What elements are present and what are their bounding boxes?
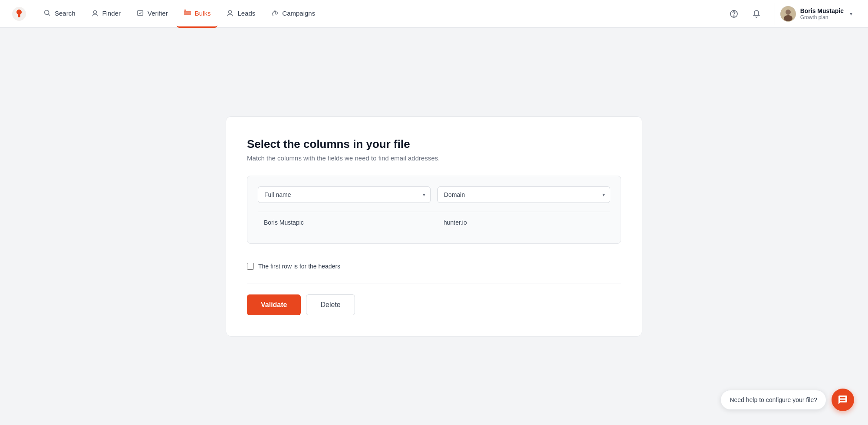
svg-point-1 — [93, 11, 96, 14]
svg-point-6 — [275, 12, 277, 14]
svg-point-0 — [45, 10, 49, 15]
nav-item-campaigns[interactable]: Campaigns — [264, 0, 322, 28]
card-divider — [247, 284, 621, 284]
svg-point-10 — [786, 10, 791, 15]
search-icon — [43, 9, 51, 17]
fullname-select[interactable]: Full name First name Last name Email Com… — [258, 186, 431, 203]
headers-checkbox[interactable] — [247, 263, 254, 270]
selects-row: Full name First name Last name Email Com… — [258, 186, 610, 203]
leads-icon — [226, 9, 234, 17]
svg-rect-3 — [184, 11, 191, 13]
navbar: Search Finder Verifier Bulks — [0, 0, 868, 28]
sample-domain: hunter.io — [437, 217, 610, 228]
avatar-image — [780, 6, 796, 22]
headers-checkbox-row: The first row is for the headers — [247, 254, 621, 273]
column-selector: Full name First name Last name Email Com… — [247, 176, 621, 244]
card-title: Select the columns in your file — [247, 137, 621, 151]
avatar — [780, 6, 796, 22]
action-buttons: Validate Delete — [247, 294, 621, 315]
chat-icon — [838, 395, 848, 405]
nav-label-finder: Finder — [102, 10, 121, 17]
chat-button[interactable] — [832, 389, 854, 411]
svg-rect-4 — [184, 13, 191, 15]
help-icon — [730, 10, 738, 18]
card-subtitle: Match the columns with the fields we nee… — [247, 154, 621, 162]
svg-point-8 — [733, 16, 734, 16]
delete-button[interactable]: Delete — [306, 294, 355, 315]
nav-item-search[interactable]: Search — [36, 0, 82, 28]
sample-data-row: Boris Mustapic hunter.io — [258, 212, 610, 233]
app-logo[interactable] — [10, 5, 28, 23]
verifier-icon — [136, 9, 144, 17]
user-name: Boris Mustapic — [800, 7, 844, 14]
user-menu-chevron: ▾ — [850, 11, 852, 17]
nav-item-verifier[interactable]: Verifier — [129, 0, 175, 28]
nav-label-search: Search — [55, 10, 76, 17]
bulks-icon — [184, 9, 191, 17]
nav-label-leads: Leads — [237, 10, 255, 17]
finder-icon — [91, 9, 99, 17]
notifications-button[interactable] — [749, 6, 764, 22]
column-selection-card: Select the columns in your file Match th… — [226, 116, 642, 337]
nav-label-campaigns: Campaigns — [282, 10, 315, 17]
sample-fullname: Boris Mustapic — [258, 217, 431, 228]
user-menu[interactable]: Boris Mustapic Growth plan ▾ — [775, 3, 858, 25]
user-plan: Growth plan — [800, 14, 844, 20]
nav-label-bulks: Bulks — [195, 10, 211, 17]
nav-item-leads[interactable]: Leads — [219, 0, 262, 28]
campaigns-icon — [271, 9, 279, 17]
chat-widget: Need help to configure your file? — [720, 389, 854, 411]
bell-icon — [752, 10, 761, 18]
nav-right: Boris Mustapic Growth plan ▾ — [726, 3, 858, 25]
nav-item-finder[interactable]: Finder — [84, 0, 128, 28]
nav-items: Search Finder Verifier Bulks — [36, 0, 726, 28]
chat-bubble: Need help to configure your file? — [720, 390, 826, 410]
headers-checkbox-label[interactable]: The first row is for the headers — [258, 263, 340, 270]
domain-select[interactable]: Domain Full name First name Last name Em… — [437, 186, 610, 203]
fullname-select-wrapper: Full name First name Last name Email Com… — [258, 186, 431, 203]
main-content: Select the columns in your file Match th… — [0, 28, 868, 425]
nav-label-verifier: Verifier — [148, 10, 168, 17]
svg-point-11 — [784, 15, 792, 21]
user-info: Boris Mustapic Growth plan — [800, 7, 844, 20]
help-button[interactable] — [726, 6, 742, 22]
domain-select-wrapper: Domain Full name First name Last name Em… — [437, 186, 610, 203]
nav-item-bulks[interactable]: Bulks — [177, 0, 218, 28]
svg-point-5 — [229, 10, 232, 13]
validate-button[interactable]: Validate — [247, 294, 301, 315]
